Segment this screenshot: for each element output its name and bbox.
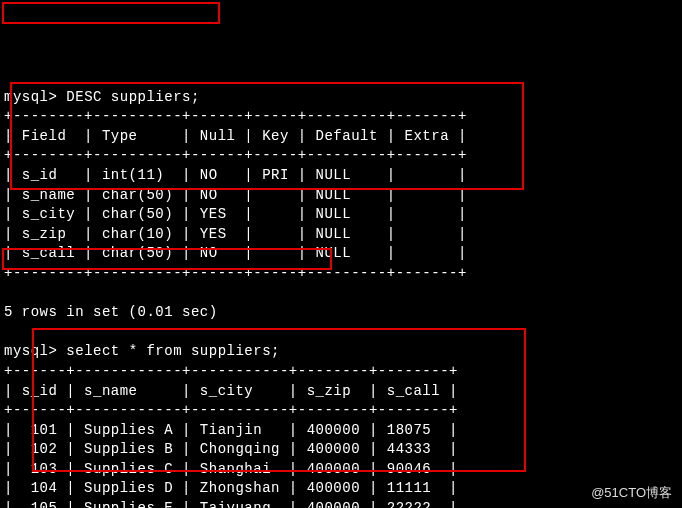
select-row: | 105 | Supplies E | Taiyuang | 400000 |… xyxy=(4,500,458,508)
select-border-mid: +------+------------+-----------+-------… xyxy=(4,402,458,418)
select-row: | 104 | Supplies D | Zhongshan | 400000 … xyxy=(4,480,458,496)
desc-header-row: | Field | Type | Null | Key | Default | … xyxy=(4,128,467,144)
desc-row: | s_name | char(50) | NO | | NULL | | xyxy=(4,187,467,203)
select-row: | 102 | Supplies B | Chongqing | 400000 … xyxy=(4,441,458,457)
desc-footer: 5 rows in set (0.01 sec) xyxy=(4,304,218,320)
terminal-output: mysql> DESC suppliers; +--------+-------… xyxy=(4,68,678,508)
mysql-prompt[interactable]: mysql> DESC suppliers; xyxy=(4,89,200,105)
prompt-text: mysql> xyxy=(4,89,57,105)
desc-row: | s_city | char(50) | YES | | NULL | | xyxy=(4,206,467,222)
desc-row: | s_zip | char(10) | YES | | NULL | | xyxy=(4,226,467,242)
select-row: | 103 | Supplies C | Shanghai | 400000 |… xyxy=(4,461,458,477)
desc-row: | s_call | char(50) | NO | | NULL | | xyxy=(4,245,467,261)
select-border-top: +------+------------+-----------+-------… xyxy=(4,363,458,379)
desc-border-bot: +--------+----------+------+-----+------… xyxy=(4,265,467,281)
desc-row: | s_id | int(11) | NO | PRI | NULL | | xyxy=(4,167,467,183)
mysql-prompt[interactable]: mysql> select * from suppliers; xyxy=(4,343,280,359)
prompt-text: mysql> xyxy=(4,343,57,359)
select-header-row: | s_id | s_name | s_city | s_zip | s_cal… xyxy=(4,383,458,399)
desc-border-top: +--------+----------+------+-----+------… xyxy=(4,108,467,124)
desc-border-mid: +--------+----------+------+-----+------… xyxy=(4,147,467,163)
highlight-box xyxy=(2,2,220,24)
desc-command: DESC suppliers; xyxy=(66,89,200,105)
select-command: select * from suppliers; xyxy=(66,343,280,359)
select-row: | 101 | Supplies A | Tianjin | 400000 | … xyxy=(4,422,458,438)
watermark: @51CTO博客 xyxy=(591,484,672,502)
